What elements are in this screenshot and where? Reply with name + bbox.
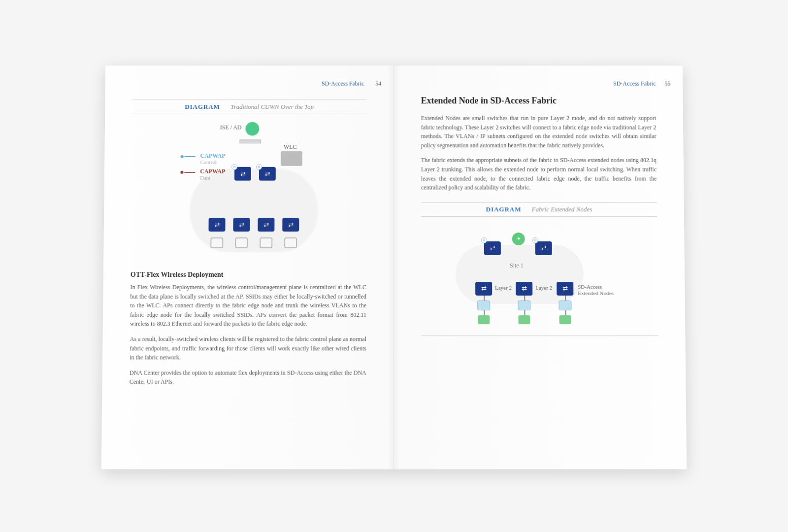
- ise-ad-label: ISE / AD: [220, 124, 242, 132]
- switch-node-icon: ⇄: [282, 218, 299, 232]
- border-badge-icon: B: [231, 164, 237, 170]
- wlc-label: WLC: [284, 143, 297, 151]
- legend-capwap-data-sub: Data: [200, 175, 210, 181]
- switch-node-icon: ⇄: [234, 167, 251, 181]
- ap-icon: [284, 237, 297, 248]
- wlc-icon: [281, 151, 302, 166]
- client-icon: [559, 315, 571, 324]
- layer2-label: Layer 2: [495, 285, 512, 291]
- connector-line: [484, 310, 485, 315]
- switch-node-icon: ⇄: [557, 282, 573, 296]
- page-left: SD-Access Fabric 54 DIAGRAM Traditional …: [101, 66, 394, 469]
- connector-line: [524, 310, 525, 315]
- legend-line-data: [184, 172, 195, 173]
- body-paragraph: As a result, locally-switched wireless c…: [130, 334, 366, 362]
- border-badge-icon: B: [481, 237, 487, 243]
- diagram-header-right: DIAGRAM Fabric Extended Nodes: [421, 202, 657, 217]
- running-header-right: SD-Access Fabric: [613, 80, 656, 88]
- page-number-right: 55: [664, 80, 670, 88]
- body-paragraph: DNA Center provides the option to automa…: [130, 368, 366, 386]
- heading-extended-node: Extended Node in SD-Access Fabric: [421, 96, 656, 106]
- connector-line: [524, 296, 525, 300]
- ap-icon: [260, 237, 272, 248]
- extended-node-switch-icon: [518, 300, 530, 310]
- legend-dot-data: [180, 171, 183, 174]
- switch-node-icon: ⇄: [516, 282, 532, 296]
- diagram-cuwn-ott: ISE / AD WLC CAPWAP Control CAPWAP Data …: [131, 120, 366, 262]
- diagram-label: DIAGRAM: [486, 205, 522, 213]
- switch-node-icon: ⇄: [233, 218, 250, 232]
- switch-node-icon: ⇄: [475, 282, 492, 296]
- open-book: SD-Access Fabric 54 DIAGRAM Traditional …: [101, 66, 687, 469]
- switch-node-icon: ⇄: [535, 241, 552, 255]
- fabric-cloud-icon: [190, 169, 318, 252]
- diagram-header-left: DIAGRAM Traditional CUWN Over the Top: [132, 100, 366, 114]
- switch-node-icon: ⇄: [259, 167, 276, 181]
- body-paragraph: Extended Nodes are small switches that r…: [421, 114, 657, 150]
- diagram-fabric-extended-nodes: Site 1 ✦ ⇄ B ⇄ B ⇄ Layer 2 ⇄ Layer 2 ⇄ S…: [421, 223, 658, 333]
- legend-capwap-control: CAPWAP: [200, 152, 225, 160]
- body-paragraph: The fabric extends the appropriate subne…: [421, 156, 657, 192]
- sd-access-extended-nodes-label: SD-Access Extended Nodes: [578, 284, 617, 297]
- client-icon: [518, 315, 530, 324]
- switch-node-icon: ⇄: [208, 218, 225, 232]
- legend-capwap-control-sub: Control: [200, 159, 217, 165]
- ap-icon: [235, 237, 248, 248]
- body-paragraph: In Flex Wireless Deployments, the wirele…: [130, 283, 366, 329]
- diagram-subtitle: Traditional CUWN Over the Top: [230, 103, 314, 110]
- connector-line: [565, 310, 566, 315]
- site-label: Site 1: [510, 262, 524, 269]
- ise-icon: [245, 122, 259, 136]
- page-number-left: 54: [375, 80, 381, 88]
- legend-capwap-data: CAPWAP: [200, 168, 225, 175]
- layer2-label: Layer 2: [535, 285, 552, 291]
- client-icon: [478, 315, 490, 324]
- page-right: SD-Access Fabric 55 Extended Node in SD-…: [394, 66, 687, 469]
- border-badge-icon: B: [256, 164, 262, 170]
- section-title-ott-flex: OTT-Flex Wireless Deployment: [131, 271, 366, 279]
- diagram-subtitle: Fabric Extended Nodes: [532, 205, 592, 213]
- control-plane-icon: ✦: [512, 233, 525, 245]
- rack-icon: [239, 139, 261, 143]
- ap-icon: [210, 237, 223, 248]
- legend-dot-control: [181, 155, 184, 158]
- connector-line: [484, 296, 485, 300]
- switch-node-icon: ⇄: [258, 218, 274, 232]
- switch-node-icon: ⇄: [484, 241, 501, 255]
- diagram-label: DIAGRAM: [185, 103, 220, 110]
- running-header-left: SD-Access Fabric: [322, 80, 364, 88]
- diagram-footer-rule: [421, 335, 658, 336]
- extended-node-switch-icon: [558, 300, 571, 310]
- connector-line: [565, 296, 566, 300]
- legend-line-control: [185, 156, 196, 157]
- border-badge-icon: B: [532, 237, 538, 243]
- extended-node-switch-icon: [477, 300, 490, 310]
